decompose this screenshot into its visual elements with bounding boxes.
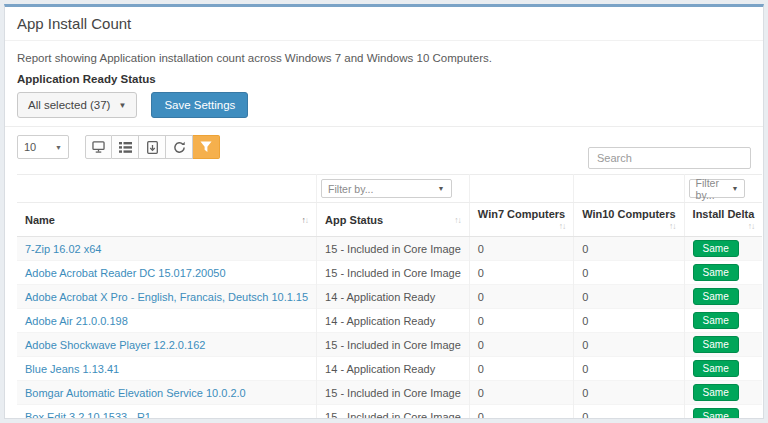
win7-count-cell: 0: [469, 357, 573, 381]
app-name-link[interactable]: Bomgar Automatic Elevation Service 10.0.…: [25, 387, 246, 399]
sort-icon: ↑↓: [302, 215, 309, 225]
win10-filter-cell: [574, 175, 684, 203]
win7-count-cell: 0: [469, 405, 573, 420]
chevron-down-icon: ▼: [438, 185, 445, 192]
table-row: Bomgar Automatic Elevation Service 10.0.…: [17, 381, 762, 405]
win10-count-cell: 0: [574, 261, 684, 285]
page-size-select[interactable]: 10 ▼: [17, 135, 69, 159]
install-delta-cell: Same: [684, 381, 762, 405]
install-delta-filter-select[interactable]: Filter by... ▼: [689, 179, 746, 198]
search-input[interactable]: [588, 147, 751, 169]
export-button[interactable]: [139, 135, 166, 159]
sort-icon: ↑↓: [454, 215, 461, 225]
sort-icon: ↑↓: [748, 221, 755, 231]
table-row: Adobe Air 21.0.0.19814 - Application Rea…: [17, 309, 762, 333]
app-name-link[interactable]: Adobe Acrobat Reader DC 15.017.20050: [25, 267, 226, 279]
win10-count-cell: 0: [574, 405, 684, 420]
table-tools-group: [85, 135, 220, 159]
report-description: Report showing Application installation …: [17, 52, 751, 64]
page-title: App Install Count: [5, 7, 763, 41]
install-delta-cell: Same: [684, 261, 762, 285]
report-panel: App Install Count Report showing Applica…: [4, 4, 764, 419]
app-name-cell: Box Edit 3.2.10.1533 - R1: [17, 405, 317, 420]
win10-count-cell: 0: [574, 237, 684, 261]
monitor-icon: [92, 141, 105, 153]
ready-status-label: Application Ready Status: [17, 73, 751, 85]
list-columns-icon: [119, 142, 132, 153]
app-status-cell: 15 - Included in Core Image: [317, 261, 470, 285]
app-name-link[interactable]: Box Edit 3.2.10.1533 - R1: [25, 411, 151, 420]
install-delta-badge: Same: [693, 240, 739, 257]
sort-icon: ↑↓: [559, 221, 566, 231]
install-delta-cell: Same: [684, 285, 762, 309]
app-name-cell: Adobe Air 21.0.0.198: [17, 309, 317, 333]
app-name-link[interactable]: Adobe Acrobat X Pro - English, Francais,…: [25, 291, 308, 303]
install-delta-cell: Same: [684, 237, 762, 261]
ready-status-value: All selected (37): [28, 99, 110, 111]
win7-count-cell: 0: [469, 261, 573, 285]
filter-icon: [200, 141, 212, 153]
app-status-cell: 15 - Included in Core Image: [317, 237, 470, 261]
file-export-icon: [147, 141, 158, 154]
column-header-app-status[interactable]: App Status ↑↓: [317, 203, 470, 237]
app-name-cell: Adobe Acrobat X Pro - English, Francais,…: [17, 285, 317, 309]
table-row: Adobe Acrobat Reader DC 15.017.2005015 -…: [17, 261, 762, 285]
column-visibility-button[interactable]: [112, 135, 139, 159]
app-name-link[interactable]: Adobe Air 21.0.0.198: [25, 315, 128, 327]
install-delta-badge: Same: [693, 360, 739, 377]
save-settings-button[interactable]: Save Settings: [151, 92, 248, 118]
table-row: Blue Jeans 1.13.4114 - Application Ready…: [17, 357, 762, 381]
app-name-link[interactable]: 7-Zip 16.02 x64: [25, 243, 101, 255]
app-status-cell: 14 - Application Ready: [317, 285, 470, 309]
install-delta-badge: Same: [693, 384, 739, 401]
install-delta-badge: Same: [693, 408, 739, 419]
win10-count-cell: 0: [574, 309, 684, 333]
column-header-name[interactable]: Name ↑↓: [17, 203, 317, 237]
page-size-value: 10: [24, 141, 36, 153]
win10-count-cell: 0: [574, 381, 684, 405]
table-row: 7-Zip 16.02 x6415 - Included in Core Ima…: [17, 237, 762, 261]
refresh-button[interactable]: [166, 135, 193, 159]
section-divider: [5, 126, 763, 127]
app-status-filter-select[interactable]: Filter by... ▼: [321, 179, 451, 198]
install-delta-badge: Same: [693, 336, 739, 353]
column-header-win10[interactable]: Win10 Computers ↑↓: [574, 203, 684, 237]
install-delta-badge: Same: [693, 264, 739, 281]
app-name-cell: Blue Jeans 1.13.41: [17, 357, 317, 381]
column-header-install-delta[interactable]: Install Delta ↑↓: [684, 203, 762, 237]
app-status-cell: 15 - Included in Core Image: [317, 333, 470, 357]
column-header-win7[interactable]: Win7 Computers ↑↓: [469, 203, 573, 237]
chevron-down-icon: ▼: [732, 185, 739, 192]
refresh-icon: [173, 141, 186, 154]
header-row: Name ↑↓ App Status ↑↓ Win7 Computers ↑↓ …: [17, 203, 762, 237]
apps-table: Filter by... ▼ Filter by... ▼: [17, 174, 762, 419]
win7-count-cell: 0: [469, 309, 573, 333]
install-delta-badge: Same: [693, 312, 739, 329]
win10-count-cell: 0: [574, 357, 684, 381]
install-delta-badge: Same: [693, 288, 739, 305]
install-delta-cell: Same: [684, 405, 762, 420]
win7-filter-cell: [469, 175, 573, 203]
win7-count-cell: 0: [469, 381, 573, 405]
sort-icon: ↑↓: [669, 221, 676, 231]
ready-status-dropdown[interactable]: All selected (37) ▼: [17, 92, 137, 118]
filter-toggle-button[interactable]: [193, 135, 220, 159]
app-status-cell: 15 - Included in Core Image: [317, 405, 470, 420]
table-row: Adobe Shockwave Player 12.2.0.16215 - In…: [17, 333, 762, 357]
install-delta-cell: Same: [684, 357, 762, 381]
app-name-cell: Bomgar Automatic Elevation Service 10.0.…: [17, 381, 317, 405]
win7-count-cell: 0: [469, 333, 573, 357]
display-view-button[interactable]: [85, 135, 112, 159]
app-status-cell: 14 - Application Ready: [317, 357, 470, 381]
table-row: Adobe Acrobat X Pro - English, Francais,…: [17, 285, 762, 309]
win10-count-cell: 0: [574, 285, 684, 309]
win10-count-cell: 0: [574, 333, 684, 357]
app-name-cell: Adobe Acrobat Reader DC 15.017.20050: [17, 261, 317, 285]
app-name-link[interactable]: Blue Jeans 1.13.41: [25, 363, 119, 375]
win7-count-cell: 0: [469, 285, 573, 309]
app-status-cell: 14 - Application Ready: [317, 309, 470, 333]
install-delta-cell: Same: [684, 309, 762, 333]
table-row: Box Edit 3.2.10.1533 - R115 - Included i…: [17, 405, 762, 420]
chevron-down-icon: ▼: [118, 101, 126, 110]
app-name-link[interactable]: Adobe Shockwave Player 12.2.0.162: [25, 339, 205, 351]
